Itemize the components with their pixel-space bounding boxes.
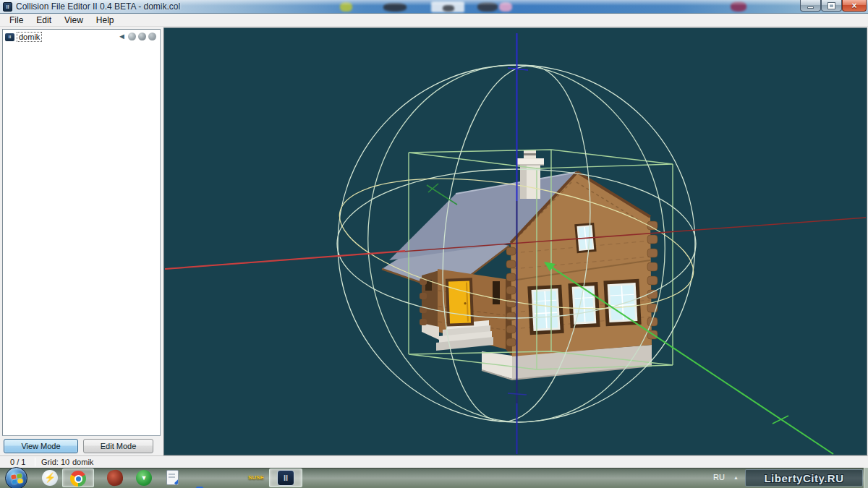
menu-view[interactable]: View bbox=[58, 14, 90, 26]
maximize-button[interactable] bbox=[821, 0, 842, 12]
collision-file-icon: II bbox=[5, 33, 14, 41]
app-icon: II bbox=[3, 2, 12, 12]
desktop-blob bbox=[499, 2, 512, 12]
watermark: LibertyCity.RU bbox=[745, 469, 863, 487]
status-model-name: domik bbox=[72, 458, 93, 466]
desktop-blob bbox=[340, 2, 352, 12]
window-1 bbox=[527, 285, 563, 335]
window-3 bbox=[603, 279, 641, 326]
minimize-icon bbox=[807, 7, 814, 9]
status-separator bbox=[67, 458, 67, 466]
front-door bbox=[446, 278, 474, 326]
taskbar-suse-icon[interactable]: SUSE bbox=[248, 474, 264, 481]
close-button[interactable]: × bbox=[842, 0, 867, 12]
tree-item-label: domik bbox=[17, 32, 42, 42]
sphere-tool-icon[interactable] bbox=[128, 33, 136, 40]
menu-bar: File Edit View Help bbox=[0, 14, 868, 27]
porch-window bbox=[493, 281, 500, 304]
edit-mode-button[interactable]: Edit Mode bbox=[83, 439, 153, 453]
log-ends-right bbox=[647, 221, 658, 339]
desktop-blob bbox=[383, 3, 407, 12]
title-bar[interactable]: II Collision File Editor II 0.4 BETA - d… bbox=[0, 0, 868, 14]
sphere-tool-icon[interactable] bbox=[138, 33, 146, 40]
desktop-blob bbox=[731, 1, 746, 12]
status-separator bbox=[35, 458, 35, 466]
language-indicator[interactable]: RU bbox=[713, 473, 725, 481]
show-desktop-button[interactable] bbox=[864, 468, 868, 488]
maximize-icon bbox=[828, 3, 835, 9]
window-title: Collision File Editor II 0.4 BETA - domi… bbox=[16, 1, 180, 12]
taskbar-document-icon[interactable] bbox=[166, 470, 179, 485]
taskbar-lightning-icon[interactable]: ⚡ bbox=[42, 470, 58, 486]
menu-help[interactable]: Help bbox=[90, 14, 121, 26]
collision-editor-taskbar-icon[interactable]: II bbox=[277, 470, 294, 486]
tree-item-domik[interactable]: II domik bbox=[5, 32, 42, 42]
status-selection-count: 0 / 1 bbox=[10, 458, 25, 466]
desktop-blob bbox=[477, 2, 498, 12]
close-icon: × bbox=[851, 1, 856, 11]
desktop-blob bbox=[443, 5, 454, 12]
sphere-tool-icon[interactable] bbox=[148, 33, 156, 40]
start-button[interactable] bbox=[5, 467, 27, 488]
taskbar-download-icon[interactable]: ▼ bbox=[136, 470, 152, 486]
status-grid: Grid: 10 bbox=[41, 458, 69, 466]
minimize-button[interactable] bbox=[800, 0, 821, 12]
windows-flag-icon bbox=[11, 474, 23, 484]
view-mode-button[interactable]: View Mode bbox=[4, 439, 78, 453]
tray-expand-icon[interactable]: ▲ bbox=[733, 475, 739, 480]
menu-file[interactable]: File bbox=[3, 14, 30, 26]
viewport-3d[interactable] bbox=[163, 27, 867, 455]
screen: II Collision File Editor II 0.4 BETA - d… bbox=[0, 0, 868, 488]
select-arrow-icon[interactable]: ◄ bbox=[118, 33, 126, 40]
viewport-canvas bbox=[164, 28, 867, 455]
status-bar: 0 / 1 Grid: 10 domik bbox=[0, 455, 868, 468]
chrome-icon[interactable] bbox=[70, 471, 86, 487]
menu-edit[interactable]: Edit bbox=[30, 14, 58, 26]
collision-tree-panel: II domik ◄ bbox=[2, 29, 161, 436]
taskbar-utility-icon[interactable] bbox=[194, 485, 210, 488]
